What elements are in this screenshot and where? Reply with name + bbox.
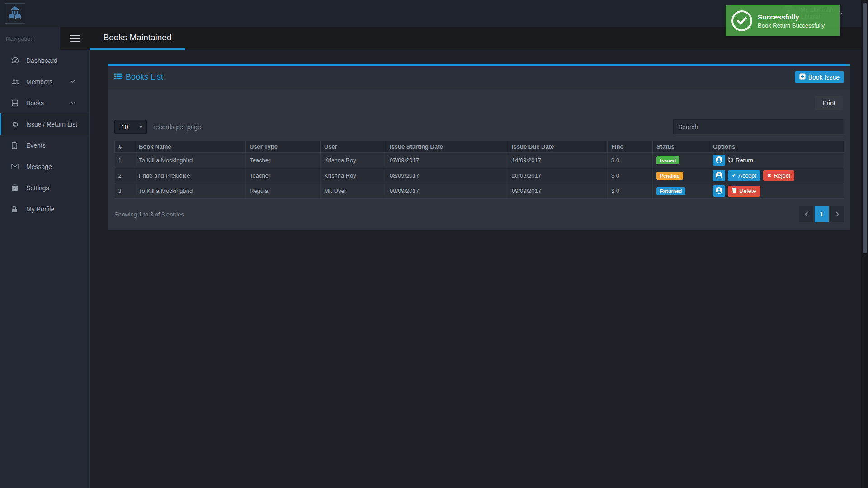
status-badge: Issued — [656, 156, 679, 164]
cell-user: Mr. User — [321, 183, 386, 199]
hamburger-menu-icon[interactable] — [60, 27, 90, 50]
cell-fine: $ 0 — [608, 153, 653, 168]
records-per-page-select[interactable]: 10 ▾ — [114, 120, 147, 134]
cell-user-type: Teacher — [246, 153, 321, 168]
library-logo-icon — [7, 5, 23, 22]
cell-user: Krishna Roy — [321, 153, 386, 168]
cell-due-date: 14/09/2017 — [508, 153, 608, 168]
caret-down-icon: ▾ — [139, 124, 142, 129]
column-header[interactable]: User — [321, 141, 386, 153]
showing-entries-text: Showing 1 to 3 of 3 entries — [114, 211, 184, 218]
view-user-button[interactable] — [713, 155, 725, 166]
delete-button[interactable]: Delete — [728, 186, 760, 197]
records-per-page-label: records per page — [153, 123, 201, 131]
books-table: # Book Name User Type User Issue Startin… — [114, 141, 844, 199]
view-user-button[interactable] — [713, 185, 725, 197]
cell-num: 2 — [115, 168, 135, 183]
reject-button[interactable]: ✖ Reject — [763, 170, 794, 181]
file-icon — [11, 142, 19, 149]
vertical-scrollbar[interactable] — [861, 0, 868, 488]
column-header[interactable]: User Type — [246, 141, 321, 153]
retweet-icon — [11, 121, 19, 127]
sidebar-item-label: My Profile — [26, 206, 54, 213]
users-icon — [11, 79, 19, 85]
column-header[interactable]: Options — [709, 141, 844, 153]
cell-start-date: 08/09/2017 — [386, 168, 508, 183]
success-toast[interactable]: Successfully Book Return Successfully — [726, 5, 840, 36]
return-button[interactable]: Return — [728, 157, 753, 164]
cross-icon: ✖ — [767, 173, 771, 178]
accept-button[interactable]: ✔ Accept — [728, 170, 760, 181]
panel-title: Books List — [114, 72, 163, 82]
cell-start-date: 08/09/2017 — [386, 183, 508, 199]
view-user-button[interactable] — [713, 170, 725, 181]
main-content: Books List Book Issue Print 10 ▾ records… — [90, 50, 861, 488]
column-header[interactable]: Issue Starting Date — [386, 141, 508, 153]
books-list-panel: Books List Book Issue Print 10 ▾ records… — [108, 64, 850, 230]
sidebar-item-label: Settings — [26, 184, 49, 192]
sidebar-item-my-profile[interactable]: My Profile — [0, 198, 89, 220]
cell-start-date: 07/09/2017 — [386, 153, 508, 168]
sidebar-item-books[interactable]: Books — [0, 92, 89, 113]
pagination-next-button[interactable] — [830, 206, 844, 222]
cell-book-name: To Kill a Mockingbird — [135, 153, 246, 168]
sidebar-item-label: Books — [26, 99, 44, 107]
dashboard-icon — [11, 57, 19, 64]
cell-user-type: Regular — [246, 183, 321, 199]
user-circle-icon — [715, 171, 723, 180]
cell-due-date: 09/09/2017 — [508, 183, 608, 199]
app-logo[interactable] — [5, 3, 25, 24]
envelope-icon — [11, 164, 19, 169]
briefcase-icon — [11, 184, 19, 191]
pagination-prev-button[interactable] — [799, 206, 813, 222]
chevron-down-icon — [71, 101, 75, 104]
panel-title-text: Books List — [126, 72, 163, 82]
table-row: 3 To Kill a Mockingbird Regular Mr. User… — [115, 183, 844, 199]
sidebar-item-label: Events — [26, 142, 46, 149]
column-header[interactable]: Book Name — [135, 141, 246, 153]
scrollbar-thumb[interactable] — [863, 3, 867, 253]
toast-message: Book Return Successfully — [758, 22, 825, 29]
sidebar-item-events[interactable]: Events — [0, 135, 89, 156]
column-header[interactable]: Issue Due Date — [508, 141, 608, 153]
table-header-row: # Book Name User Type User Issue Startin… — [115, 141, 844, 153]
status-badge: Pending — [656, 172, 683, 180]
search-input[interactable] — [673, 119, 844, 134]
panel-header: Books List Book Issue — [108, 66, 850, 89]
sidebar-item-members[interactable]: Members — [0, 71, 89, 92]
check-icon: ✔ — [732, 173, 736, 178]
book-icon — [11, 99, 19, 107]
sidebar-item-message[interactable]: Message — [0, 156, 89, 177]
cell-book-name: Pride and Prejudice — [135, 168, 246, 183]
check-circle-icon — [731, 10, 752, 31]
sidebar-item-dashboard[interactable]: Dashboard — [0, 50, 89, 71]
status-badge: Returned — [656, 187, 685, 195]
column-header[interactable]: Status — [653, 141, 709, 153]
column-header[interactable]: # — [115, 141, 135, 153]
cell-user-type: Teacher — [246, 168, 321, 183]
pagination-page-1[interactable]: 1 — [815, 206, 829, 222]
toast-title: Successfully — [758, 13, 825, 21]
records-per-page-value: 10 — [121, 123, 128, 131]
table-row: 2 Pride and Prejudice Teacher Krishna Ro… — [115, 168, 844, 183]
panel-footer: Showing 1 to 3 of 3 entries 1 — [108, 199, 850, 230]
sidebar-item-label: Members — [26, 78, 52, 85]
sidebar: Navigation Dashboard Members Books Issue… — [0, 27, 90, 488]
list-icon — [114, 72, 122, 82]
cell-fine: $ 0 — [608, 168, 653, 183]
sidebar-item-label: Issue / Return List — [26, 121, 77, 128]
sidebar-item-label: Dashboard — [26, 57, 57, 64]
tab-books-maintained[interactable]: Books Maintained — [90, 27, 185, 50]
cell-due-date: 20/09/2017 — [508, 168, 608, 183]
user-circle-icon — [715, 187, 723, 196]
sidebar-item-issue-return-list[interactable]: Issue / Return List — [0, 113, 89, 135]
chevron-down-icon — [71, 80, 75, 83]
print-button[interactable]: Print — [815, 96, 843, 110]
trash-icon — [732, 188, 737, 195]
sidebar-item-settings[interactable]: Settings — [0, 177, 89, 198]
user-circle-icon — [715, 156, 723, 165]
column-header[interactable]: Fine — [608, 141, 653, 153]
book-issue-button[interactable]: Book Issue — [795, 71, 844, 83]
cell-num: 1 — [115, 153, 135, 168]
lock-icon — [11, 206, 19, 213]
